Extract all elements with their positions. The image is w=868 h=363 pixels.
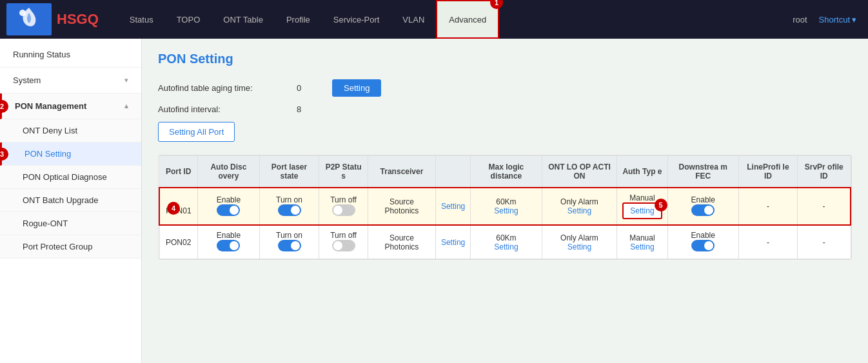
layout: Running Status System ▾ PON Management ▴… bbox=[0, 39, 868, 363]
td-auto-disc-2: Enable bbox=[197, 225, 259, 259]
nav-user: root bbox=[789, 15, 810, 25]
sidebar-sub-rogue-ont[interactable]: Rogue-ONT bbox=[0, 212, 141, 235]
th-ont-loop: ONT LO OP ACTI ON bbox=[542, 156, 617, 188]
annotation-badge-4: 4 bbox=[167, 202, 180, 215]
toggle-port-laser-2[interactable] bbox=[278, 240, 301, 251]
nav-ont-table[interactable]: ONT Table bbox=[212, 0, 275, 39]
td-transceiver-setting-2[interactable]: Setting bbox=[435, 225, 470, 259]
ont-loop-setting-link-2[interactable]: Setting bbox=[547, 242, 612, 251]
nav-advanced[interactable]: Advanced 1 bbox=[436, 0, 499, 39]
td-ont-loop-1: Only Alarm Setting bbox=[542, 188, 617, 225]
toggle-p2p-1[interactable] bbox=[332, 204, 355, 216]
td-port-laser-1: Turn on bbox=[259, 188, 319, 225]
td-port-id-1: 4 PON01 bbox=[159, 188, 197, 225]
autofind-aging-value: 0 bbox=[297, 83, 322, 93]
table-header-row: Port ID Auto Disc overy Port laser state… bbox=[159, 156, 851, 188]
th-line-profile: LineProfi le ID bbox=[738, 156, 797, 188]
td-line-profile-2: - bbox=[738, 225, 797, 259]
th-port-id: Port ID bbox=[159, 156, 197, 188]
th-auto-disc: Auto Disc overy bbox=[197, 156, 259, 188]
toggle-fec-1[interactable] bbox=[691, 204, 715, 216]
max-logic-setting-link-2[interactable]: Setting bbox=[476, 242, 536, 251]
autofind-interval-label: Autofind interval: bbox=[158, 104, 287, 114]
page-title: PON Setting bbox=[158, 52, 852, 66]
table-row: 4 PON01 Enable Turn on bbox=[159, 188, 851, 225]
max-logic-setting-link-1[interactable]: Setting bbox=[476, 206, 536, 215]
annotation-badge-5: 5 bbox=[655, 199, 667, 211]
sidebar-sub-pon-optical[interactable]: PON Optical Diagnose bbox=[0, 166, 141, 189]
nav-status[interactable]: Status bbox=[118, 0, 165, 39]
th-transceiver: Transceiver bbox=[368, 156, 436, 188]
td-p2p-1: Turn off bbox=[319, 188, 368, 225]
sidebar: Running Status System ▾ PON Management ▴… bbox=[0, 39, 142, 363]
chevron-icon-pon: ▴ bbox=[124, 102, 128, 110]
nav-shortcut[interactable]: Shortcut ▾ bbox=[814, 15, 862, 25]
th-downstream-fec: Downstrea m FEC bbox=[667, 156, 738, 188]
nav-topo[interactable]: TOPO bbox=[165, 0, 212, 39]
annotation-badge-3: 3 bbox=[0, 148, 8, 161]
toggle-port-laser-1[interactable] bbox=[278, 204, 301, 216]
sidebar-item-system[interactable]: System ▾ bbox=[0, 68, 141, 93]
sidebar-sub-port-protect[interactable]: Port Protect Group bbox=[0, 235, 141, 259]
td-srv-profile-2: - bbox=[797, 225, 851, 259]
ont-loop-setting-link-1[interactable]: Setting bbox=[547, 206, 612, 215]
table-row: PON02 Enable Turn on bbox=[159, 225, 851, 259]
logo-flame-icon bbox=[17, 6, 41, 32]
td-line-profile-1: - bbox=[738, 188, 797, 225]
td-downstream-fec-1: Enable bbox=[667, 188, 738, 225]
td-transceiver-1: Source Photonics bbox=[368, 188, 436, 225]
pon-table-wrapper: Port ID Auto Disc overy Port laser state… bbox=[158, 155, 852, 260]
td-port-laser-2: Turn on bbox=[259, 225, 319, 259]
td-transceiver-setting-1[interactable]: Setting bbox=[435, 188, 470, 225]
th-srv-profile: SrvPr ofile ID bbox=[797, 156, 851, 188]
logo-box bbox=[6, 3, 52, 35]
toggle-auto-disc-1[interactable] bbox=[217, 204, 240, 216]
sidebar-sub-ont-deny-list[interactable]: ONT Deny List bbox=[0, 119, 141, 142]
td-auth-type-1: Manual Setting 5 bbox=[617, 188, 667, 225]
td-auto-disc-1: Enable bbox=[197, 188, 259, 225]
autofind-interval-value: 8 bbox=[297, 104, 322, 114]
nav-profile[interactable]: Profile bbox=[275, 0, 322, 39]
sidebar-sub-pon-setting[interactable]: PON Setting 3 bbox=[0, 142, 141, 166]
nav-service-port[interactable]: Service-Port bbox=[322, 0, 391, 39]
td-auth-type-2: Manual Setting bbox=[617, 225, 667, 259]
setting-button[interactable]: Setting bbox=[332, 79, 381, 97]
auth-type-setting-btn-1[interactable]: Setting 5 bbox=[622, 202, 662, 219]
sidebar-sub-menu: ONT Deny List PON Setting 3 PON Optical … bbox=[0, 119, 141, 259]
nav-right: root Shortcut ▾ bbox=[789, 15, 862, 25]
sidebar-sub-ont-batch[interactable]: ONT Batch Upgrade bbox=[0, 189, 141, 212]
autofind-aging-row: Autofind table aging time: 0 Setting bbox=[158, 79, 852, 97]
toggle-auto-disc-2[interactable] bbox=[217, 240, 240, 251]
th-port-laser: Port laser state bbox=[259, 156, 319, 188]
td-ont-loop-2: Only Alarm Setting bbox=[542, 225, 617, 259]
chevron-down-icon: ▾ bbox=[852, 15, 856, 25]
th-transceiver-action bbox=[435, 156, 470, 188]
th-p2p: P2P Statu s bbox=[319, 156, 368, 188]
main-nav: Status TOPO ONT Table Profile Service-Po… bbox=[118, 0, 789, 39]
nav-vlan[interactable]: VLAN bbox=[391, 0, 436, 39]
td-downstream-fec-2: Enable bbox=[667, 225, 738, 259]
toggle-p2p-2[interactable] bbox=[332, 240, 355, 251]
td-max-logic-2: 60Km Setting bbox=[471, 225, 542, 259]
annotation-badge-1: 1 bbox=[490, 0, 503, 9]
td-port-id-2: PON02 bbox=[159, 225, 197, 259]
logo-text: HSGQ bbox=[57, 11, 99, 28]
sidebar-item-running-status[interactable]: Running Status bbox=[0, 42, 141, 68]
main-content: PON Setting Autofind table aging time: 0… bbox=[142, 39, 868, 363]
th-auth-type: Auth Typ e bbox=[617, 156, 667, 188]
td-max-logic-1: 60Km Setting bbox=[471, 188, 542, 225]
autofind-aging-label: Autofind table aging time: bbox=[158, 83, 287, 93]
td-transceiver-2: Source Photonics bbox=[368, 225, 436, 259]
th-max-logic: Max logic distance bbox=[471, 156, 542, 188]
toggle-fec-2[interactable] bbox=[691, 240, 715, 251]
setting-all-port-button[interactable]: Setting All Port bbox=[158, 122, 235, 142]
header: HSGQ Status TOPO ONT Table Profile Servi… bbox=[0, 0, 868, 39]
annotation-badge-2: 2 bbox=[0, 100, 8, 113]
td-srv-profile-1: - bbox=[797, 188, 851, 225]
autofind-interval-row: Autofind interval: 8 bbox=[158, 104, 852, 114]
pon-table: Port ID Auto Disc overy Port laser state… bbox=[159, 155, 851, 259]
td-p2p-2: Turn off bbox=[319, 225, 368, 259]
sidebar-item-pon-management[interactable]: PON Management ▴ 2 bbox=[0, 93, 141, 119]
chevron-icon-system: ▾ bbox=[124, 76, 128, 84]
auth-type-setting-link-2[interactable]: Setting bbox=[622, 242, 662, 251]
